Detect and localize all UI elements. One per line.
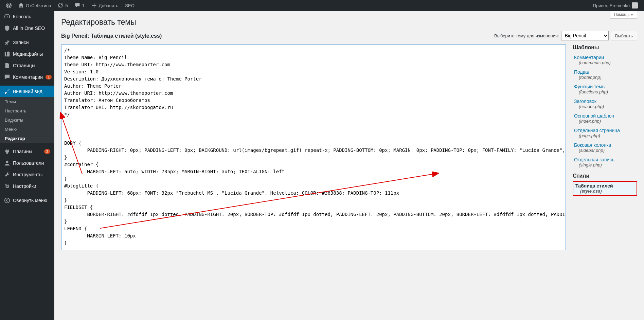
file-list-item[interactable]: Комментарии(comments.php) xyxy=(573,53,637,67)
menu-posts[interactable]: Записи xyxy=(0,37,54,48)
users-icon xyxy=(4,160,10,166)
menu-plugins[interactable]: Плагины2 xyxy=(0,146,54,157)
add-new-link[interactable]: Добавить xyxy=(88,0,122,11)
styles-list: Таблица стилей(style.css) xyxy=(573,181,637,196)
admin-bar-right: Привет, Eremenko xyxy=(590,0,641,11)
menu-dashboard[interactable]: Консоль xyxy=(0,11,54,22)
template-name: Функции темы xyxy=(574,84,606,89)
template-filename: (functions.php) xyxy=(574,89,636,94)
wordpress-icon xyxy=(6,3,12,8)
submenu-widgets[interactable]: Виджеты xyxy=(0,115,54,125)
admin-bar: ОтСебятина 5 1 Добавить SEO Привет, Erem… xyxy=(0,0,644,11)
file-list-item[interactable]: Отдельная страница(page.php) xyxy=(573,126,637,140)
submenu-customize[interactable]: Настроить xyxy=(0,106,54,115)
plugins-badge: 2 xyxy=(44,149,50,154)
file-title: Big Pencil: Таблица стилей (style.css) xyxy=(61,33,162,39)
home-icon xyxy=(18,3,24,8)
updates-count: 5 xyxy=(65,3,68,8)
menu-users[interactable]: Пользователи xyxy=(0,157,54,169)
menu-tools[interactable]: Инструменты xyxy=(0,169,54,180)
admin-bar-left: ОтСебятина 5 1 Добавить SEO xyxy=(3,0,138,11)
file-list-item[interactable]: Подвал(footer.php) xyxy=(573,67,637,82)
template-name: Отдельная страница xyxy=(574,128,620,133)
tools-icon xyxy=(4,172,10,178)
menu-pages[interactable]: Страницы xyxy=(0,60,54,71)
menu-appearance[interactable]: Внешний вид xyxy=(0,86,54,97)
file-list-item[interactable]: Основной шаблон(index.php) xyxy=(573,111,637,126)
file-list-item[interactable]: Боковая колонка(sidebar.php) xyxy=(573,140,637,155)
template-name: Таблица стилей xyxy=(575,183,613,189)
shield-icon xyxy=(4,25,10,31)
template-name: Подвал xyxy=(574,69,591,75)
template-name: Комментарии xyxy=(574,55,604,60)
menu-media[interactable]: Медиафайлы xyxy=(0,48,54,60)
template-name: Основной шаблон xyxy=(574,113,614,119)
select-button[interactable]: Выбрать xyxy=(611,31,637,40)
theme-select[interactable]: Big Pencil xyxy=(561,31,609,40)
page-title: Редактировать темы xyxy=(61,18,637,27)
template-filename: (style.css) xyxy=(575,189,634,194)
menu-settings[interactable]: Настройки xyxy=(0,180,54,192)
submenu-themes[interactable]: Темы xyxy=(0,97,54,106)
file-list-item[interactable]: Функции темы(functions.php) xyxy=(573,82,637,96)
plugin-icon xyxy=(4,148,10,155)
picker-label: Выберите тему для изменения: xyxy=(494,33,559,38)
site-name-link[interactable]: ОтСебятина xyxy=(15,0,54,11)
submenu-menus[interactable]: Меню xyxy=(0,125,54,134)
plus-icon xyxy=(91,3,97,8)
comments-badge: 1 xyxy=(46,75,52,79)
pin-icon xyxy=(4,39,10,46)
menu-collapse[interactable]: Свернуть меню xyxy=(0,195,54,206)
media-icon xyxy=(4,51,10,57)
template-filename: (page.php) xyxy=(574,133,636,138)
menu-comments[interactable]: Комментарии1 xyxy=(0,71,54,83)
site-name: ОтСебятина xyxy=(26,3,51,8)
code-editor[interactable]: /* Theme Name: Big Pencil Theme URI: htt… xyxy=(61,45,566,250)
file-list-item[interactable]: Заголовок(header.php) xyxy=(573,96,637,111)
file-browser: Шаблоны Комментарии(comments.php)Подвал(… xyxy=(573,45,637,251)
file-list-item[interactable]: Таблица стилей(style.css) xyxy=(573,181,637,196)
add-new-label: Добавить xyxy=(99,3,118,8)
templates-heading: Шаблоны xyxy=(573,45,637,51)
comment-icon xyxy=(75,3,80,8)
seo-link[interactable]: SEO xyxy=(122,0,138,11)
template-filename: (footer.php) xyxy=(574,75,636,80)
theme-picker: Выберите тему для изменения: Big Pencil … xyxy=(494,31,637,40)
template-name: Заголовок xyxy=(574,99,596,104)
help-button[interactable]: Помощь xyxy=(610,11,637,19)
comments-count: 1 xyxy=(82,3,85,8)
updates-link[interactable]: 5 xyxy=(54,0,71,11)
page-icon xyxy=(4,63,10,69)
avatar xyxy=(632,2,638,8)
templates-list: Комментарии(comments.php)Подвал(footer.p… xyxy=(573,53,637,170)
submenu-editor[interactable]: Редактор xyxy=(0,134,54,143)
template-name: Отдельная запись xyxy=(574,157,614,162)
file-list-item[interactable]: Отдельная запись(single.php) xyxy=(573,155,637,170)
refresh-icon xyxy=(58,3,63,8)
comments-link[interactable]: 1 xyxy=(71,0,88,11)
menu-seo[interactable]: All in One SEO xyxy=(0,22,54,34)
template-filename: (single.php) xyxy=(574,162,636,167)
template-name: Боковая колонка xyxy=(574,142,611,148)
wp-logo[interactable] xyxy=(3,0,15,11)
template-filename: (sidebar.php) xyxy=(574,148,636,153)
content-area: Помощь Редактировать темы Big Pencil: Та… xyxy=(54,11,644,320)
user-greeting[interactable]: Привет, Eremenko xyxy=(590,0,641,11)
template-filename: (comments.php) xyxy=(574,60,636,65)
collapse-icon xyxy=(4,197,10,203)
template-filename: (index.php) xyxy=(574,119,636,124)
brush-icon xyxy=(4,88,10,94)
dashboard-icon xyxy=(4,14,10,20)
comment-icon xyxy=(4,74,10,80)
svg-point-0 xyxy=(5,198,10,203)
styles-heading: Стили xyxy=(573,173,637,179)
admin-menu: Консоль All in One SEO Записи Медиафайлы… xyxy=(0,11,54,320)
template-filename: (header.php) xyxy=(574,104,636,109)
settings-icon xyxy=(4,183,10,189)
